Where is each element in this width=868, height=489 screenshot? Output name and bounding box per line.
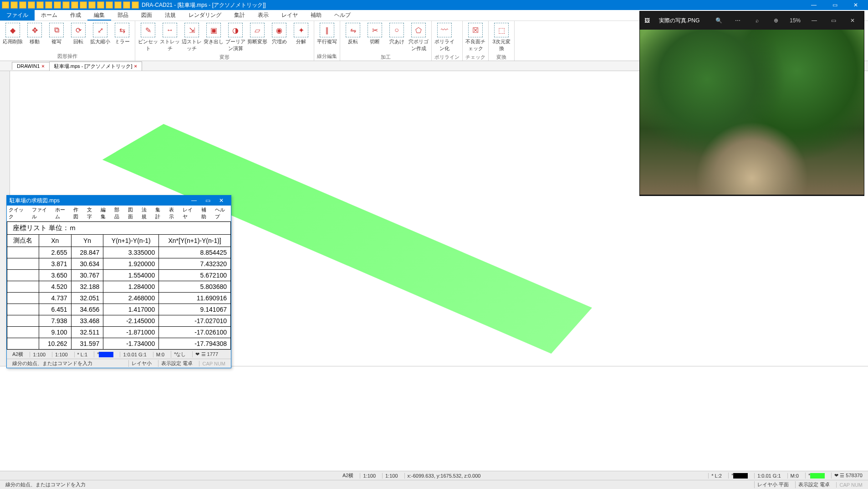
photo-titlebar[interactable]: 🖼 実際の写真.PNG 🔍 ⋯ ⌕ ⊕ 15% — ▭ ✕	[640, 11, 864, 30]
zoom-level: 15%	[788, 17, 802, 24]
btn-hole[interactable]: ○穴あけ	[387, 22, 407, 46]
polyline-icon: 〰	[437, 23, 452, 37]
sub-menu[interactable]: 編集	[101, 206, 110, 220]
extrude-icon: ▣	[206, 23, 221, 37]
close-button[interactable]: ✕	[845, 0, 866, 10]
tab-create[interactable]: 作成	[64, 10, 87, 21]
tab-law[interactable]: 法規	[158, 10, 182, 21]
doc-tab-2[interactable]: 駐車場.mps - [アクソノメトリック]×	[49, 62, 142, 71]
btn-copy[interactable]: ⧉複写	[46, 22, 66, 46]
group-transform: 変形	[138, 53, 311, 62]
btn-hole-polygon[interactable]: ⬠穴ポリゴン作成	[408, 22, 429, 53]
doc-tab-1[interactable]: DRAWIN1×	[12, 62, 50, 70]
tab-display[interactable]: 表示	[251, 10, 275, 21]
btn-polyline[interactable]: 〰ポリライン化	[434, 22, 454, 53]
sub-menu[interactable]: 部品	[114, 206, 124, 220]
sub-statusbar-2: 線分の始点、またはコマンドを入力 レイヤ小 表示設定 電卓 CAP NUM	[7, 359, 231, 368]
color-swatch[interactable]	[99, 352, 113, 357]
sub-window: 駐車場の求積図.mps — ▭ ✕ クイック ファイル ホーム 作図 文字 編集…	[6, 195, 231, 368]
sub-menu[interactable]: クイック	[9, 206, 28, 220]
zoom-in-icon[interactable]: ⊕	[769, 17, 783, 24]
btn-explode[interactable]: ✦分解	[291, 22, 311, 46]
color-swatch-2[interactable]	[810, 473, 825, 479]
col-dy: Y(n+1)-Y(n-1)	[103, 235, 159, 247]
tab-layer[interactable]: レイヤ	[275, 10, 304, 21]
tab-home[interactable]: ホーム	[35, 10, 64, 21]
image-icon: 🖼	[644, 17, 650, 24]
cube-icon: ⬚	[494, 23, 509, 37]
btn-boolean[interactable]: ◑ブーリアン演算	[225, 22, 245, 53]
close-icon[interactable]: ×	[41, 63, 44, 69]
sub-menu[interactable]: 集計	[155, 206, 165, 220]
window-title: DRA-CAD21 - [駐車場.mps - [アクソノメトリック]]	[142, 1, 803, 9]
sub-menu[interactable]: 文字	[87, 206, 97, 220]
sub-titlebar[interactable]: 駐車場の求積図.mps — ▭ ✕	[7, 196, 231, 206]
search-icon[interactable]: ⌕	[750, 17, 764, 24]
main-statusbar-2: 線分の始点、またはコマンドを入力 レイヤ小 平面 表示設定 電卓 CAP NUM	[0, 480, 868, 489]
btn-fill-hole[interactable]: ◉穴埋め	[269, 22, 289, 46]
btn-extrude[interactable]: ▣突き出し	[204, 22, 224, 46]
more-icon[interactable]: ⋯	[731, 17, 745, 24]
btn-badface[interactable]: ☒不良面チェック	[465, 22, 485, 53]
sub-menubar: クイック ファイル ホーム 作図 文字 編集 部品 図面 法規 集計 表示 レイ…	[7, 206, 231, 221]
photo-maximize[interactable]: ▭	[827, 17, 840, 24]
check-icon: ☒	[468, 23, 483, 37]
tab-help[interactable]: ヘルプ	[328, 10, 357, 21]
btn-scale[interactable]: ⤢拡大縮小	[90, 22, 110, 46]
btn-shear[interactable]: ▱剪断変形	[247, 22, 267, 46]
sub-menu[interactable]: 表示	[169, 206, 179, 220]
titlebar: DRA-CAD21 - [駐車場.mps - [アクソノメトリック]] — ▭ …	[0, 0, 868, 10]
sub-menu[interactable]: ファイル	[32, 206, 51, 220]
sub-menu[interactable]: 作図	[73, 206, 83, 220]
close-icon[interactable]: ×	[134, 63, 137, 69]
tab-assist[interactable]: 補助	[304, 10, 328, 21]
sub-menu[interactable]: ヘルプ	[215, 206, 229, 220]
sub-menu[interactable]: ホーム	[55, 206, 69, 220]
color-swatch[interactable]	[733, 473, 748, 479]
btn-3d-convert[interactable]: ⬚3次元変換	[491, 22, 511, 53]
photo-close[interactable]: ✕	[846, 17, 859, 24]
btn-mirror[interactable]: ⇆ミラー	[112, 22, 132, 46]
photo-minimize[interactable]: —	[807, 17, 821, 24]
coord-table: 座標リスト 単位：ｍ 測点名 Xn Yn Y(n+1)-Y(n-1) Xn*[Y…	[7, 221, 231, 350]
btn-parallel-copy[interactable]: ∥平行複写	[317, 22, 337, 46]
tab-drawing[interactable]: 図面	[135, 10, 158, 21]
copy-icon: ⧉	[49, 23, 64, 37]
col-yn: Yn	[71, 235, 103, 247]
diamond-icon: ◆	[5, 23, 20, 37]
btn-edge-stretch[interactable]: ⇲辺ストレッチ	[182, 22, 202, 53]
sub-close[interactable]: ✕	[214, 197, 228, 204]
table-row: 3.65030.7671.5540005.672100	[7, 270, 231, 281]
sub-menu[interactable]: 法規	[142, 206, 151, 220]
table-row: 10.26231.597-1.734000-17.794308	[7, 338, 231, 350]
photo-image[interactable]	[640, 30, 864, 195]
sub-menu[interactable]: 図面	[128, 206, 138, 220]
maximize-button[interactable]: ▭	[824, 0, 845, 10]
sub-minimize[interactable]: —	[187, 197, 201, 204]
tab-parts[interactable]: 部品	[111, 10, 135, 21]
btn-cut[interactable]: ✂切断	[365, 22, 385, 46]
btn-pincet[interactable]: ✎ピンセット	[138, 22, 158, 53]
sub-menu[interactable]: レイヤ	[183, 206, 197, 220]
group-polyline: ポリライン	[434, 53, 460, 62]
tab-render[interactable]: レンダリング	[182, 10, 228, 21]
zoom-out-icon[interactable]: 🔍	[712, 17, 725, 24]
sub-maximize[interactable]: ▭	[201, 197, 214, 204]
group-convert: 変換	[491, 53, 511, 62]
coord-readout: x:-6099.633, y:1675.532, z:0.000	[404, 473, 484, 479]
btn-move[interactable]: ✥移動	[25, 22, 45, 46]
group-line-edit: 線分編集	[317, 52, 337, 61]
tab-tally[interactable]: 集計	[228, 10, 251, 21]
tab-file[interactable]: ファイル	[0, 10, 35, 21]
qat[interactable]	[2, 1, 139, 9]
btn-flip[interactable]: ⇋反転	[343, 22, 363, 46]
hole-poly-icon: ⬠	[411, 23, 426, 37]
btn-stretch[interactable]: ↔ストレッチ	[160, 22, 180, 53]
btn-rotate[interactable]: ⟳回転	[68, 22, 88, 46]
minimize-button[interactable]: —	[803, 0, 824, 10]
shear-icon: ▱	[250, 23, 265, 37]
tab-edit[interactable]: 編集	[87, 10, 111, 21]
table-row: 3.87130.6341.9200007.432320	[7, 258, 231, 270]
btn-apply-delete[interactable]: ◆応用削除	[3, 22, 23, 46]
sub-menu[interactable]: 補助	[201, 206, 211, 220]
